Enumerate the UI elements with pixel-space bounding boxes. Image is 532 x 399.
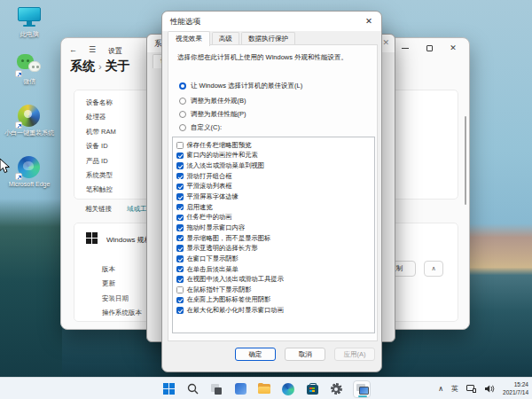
tab-dep[interactable]: 数据执行保护 — [241, 32, 295, 45]
hidden-icons-chevron[interactable]: ∧ — [438, 385, 443, 393]
store-icon — [307, 385, 318, 395]
perf-description: 选择你想在此计算机上使用的 Windows 外观和性能设置。 — [177, 53, 348, 62]
checkbox-row[interactable]: 在单击后淡出菜单 — [173, 264, 374, 275]
widgets-icon — [235, 383, 246, 395]
performance-options-dialog: 性能选项 ✕ 视觉效果 高级 数据执行保护 选择你想在此计算机上使用的 Wind… — [161, 11, 382, 372]
radio-custom[interactable]: 自定义(C): — [179, 123, 222, 132]
minimize-icon — [402, 48, 409, 49]
desktop-icon-edge[interactable]: Microsoft Edge — [3, 156, 56, 188]
checkbox-icon — [176, 162, 184, 169]
radio-icon — [179, 98, 186, 105]
close-icon[interactable]: ✕ — [382, 38, 389, 47]
system-tray: ∧ 英 15:24 2021/7/14 — [438, 378, 528, 399]
breadcrumb-root[interactable]: 系统 — [70, 59, 95, 73]
chevron-up-icon: ∧ — [431, 265, 435, 272]
desktop-icon-label: 此电脑 — [3, 31, 56, 38]
edge-icon — [17, 156, 42, 179]
windows-start-icon — [163, 383, 175, 395]
checkbox-row[interactable]: 显示缩略图，而不是显示图标 — [173, 233, 374, 244]
scrollbar[interactable] — [465, 116, 466, 205]
radio-best-appearance[interactable]: 调整为最佳外观(B) — [179, 97, 246, 106]
desktop-icon-wechat[interactable]: 微信 — [3, 53, 56, 85]
checkbox-row[interactable]: 平滑屏幕字体边缘 — [173, 192, 374, 202]
minimize-button[interactable] — [398, 42, 412, 54]
widgets-button[interactable] — [233, 382, 247, 396]
visual-effects-tabpage: 选择你想在此计算机上使用的 Windows 外观和性能设置。 让 Windows… — [168, 44, 378, 341]
breadcrumb-page: 关于 — [105, 59, 129, 73]
wechat-icon — [17, 53, 42, 76]
this-pc-icon — [17, 6, 42, 29]
checkbox-row[interactable]: 启用速览 — [173, 202, 374, 213]
desktop-icon-label: 微信 — [3, 78, 56, 85]
clock[interactable]: 15:24 2021/7/14 — [503, 381, 528, 396]
checkbox-row[interactable]: 任务栏中的动画 — [173, 212, 374, 223]
ime-indicator[interactable]: 英 — [451, 384, 458, 394]
network-icon[interactable] — [466, 385, 476, 393]
checkbox-icon — [176, 307, 184, 314]
checkbox-row[interactable]: 淡入淡出或滑动菜单到视图 — [173, 160, 374, 171]
task-view-button[interactable] — [209, 382, 223, 396]
desktop-icon-label: Microsoft Edge — [3, 181, 56, 188]
visual-effects-listbox[interactable]: 保存任务栏缩略图预览 窗口内的动画控件和元素 淡入淡出或滑动菜单到视图 滑动打开… — [172, 137, 375, 333]
checkbox-icon — [176, 204, 184, 211]
radio-let-windows-choose[interactable]: 让 Windows 选择计算机的最佳设置(L) — [179, 82, 302, 90]
checkbox-icon — [176, 255, 184, 262]
back-icon[interactable]: ← — [69, 45, 77, 54]
taskbar-center — [161, 378, 371, 399]
desktop-icon-xiaobai[interactable]: 小白一键重装系统 — [3, 105, 56, 137]
checkbox-icon — [176, 215, 184, 222]
checkbox-row[interactable]: 在窗口下显示阴影 — [173, 254, 374, 264]
close-button[interactable]: ✕ — [446, 42, 460, 54]
checkbox-row[interactable]: 平滑滚动列表框 — [173, 182, 374, 192]
hamburger-menu-icon[interactable]: ☰ — [89, 45, 96, 54]
maximize-button[interactable] — [422, 42, 436, 54]
desktop-icon-this-pc[interactable]: 此电脑 — [3, 6, 56, 38]
checkbox-icon — [176, 276, 184, 283]
checkbox-row[interactable]: 显示亚透明的选择长方形 — [173, 243, 374, 254]
radio-best-performance[interactable]: 调整为最佳性能(P) — [179, 110, 246, 119]
checkbox-row[interactable]: 窗口内的动画控件和元素 — [173, 151, 374, 161]
cancel-button[interactable]: 取消 — [285, 348, 325, 361]
checkbox-icon — [176, 142, 184, 149]
folder-icon — [258, 384, 270, 394]
windows-logo-icon — [86, 232, 98, 244]
volume-icon[interactable] — [484, 384, 495, 394]
checkbox-row[interactable]: 在鼠标指针下显示阴影 — [173, 285, 374, 295]
apply-button[interactable]: 应用(A) — [334, 348, 375, 361]
checkbox-row[interactable]: 保存任务栏缩略图预览 — [173, 140, 374, 151]
shortcut-arrow-icon — [15, 121, 22, 129]
perf-dialog-title: 性能选项 — [170, 17, 200, 27]
tab-advanced[interactable]: 高级 — [212, 32, 239, 45]
checkbox-icon — [176, 153, 184, 160]
checkbox-icon — [176, 286, 184, 293]
close-icon[interactable]: ✕ — [363, 16, 375, 26]
checkbox-icon — [176, 193, 184, 200]
edge-button[interactable] — [281, 382, 295, 396]
search-button[interactable] — [185, 382, 200, 396]
related-links-label: 相关链接 — [85, 205, 112, 214]
settings-taskbar-button[interactable] — [329, 382, 343, 396]
file-explorer-button[interactable] — [257, 382, 271, 396]
checkbox-row[interactable]: 滑动打开组合框 — [173, 171, 374, 182]
start-button[interactable] — [161, 382, 176, 396]
tray-time: 15:24 — [503, 381, 528, 389]
xiaobai-reinstall-icon — [17, 105, 42, 128]
checkbox-row[interactable]: 拖动时显示窗口内容 — [173, 223, 374, 233]
radio-icon — [179, 82, 186, 90]
search-icon — [187, 383, 199, 395]
checkbox-icon — [176, 245, 184, 252]
ok-button[interactable]: 确定 — [235, 348, 276, 361]
checkbox-row[interactable]: 在桌面上为图标标签使用阴影 — [173, 295, 374, 306]
checkbox-row[interactable]: 在最大化和最小化时显示窗口动画 — [173, 305, 374, 316]
store-button[interactable] — [305, 382, 319, 396]
breadcrumb-separator-icon: › — [98, 61, 102, 72]
checkbox-row[interactable]: 在视图中淡入淡出或滑动工具提示 — [173, 274, 374, 285]
collapse-chevron-button[interactable]: ∧ — [424, 261, 443, 277]
checkbox-icon — [176, 224, 184, 231]
spec-title: Windows 规格 — [106, 235, 152, 245]
active-app-button[interactable] — [353, 380, 371, 398]
perf-tabstrip: 视觉效果 高级 数据执行保护 — [168, 33, 297, 45]
taskbar: ∧ 英 15:24 2021/7/14 — [0, 377, 532, 399]
tab-visual-effects[interactable]: 视觉效果 — [168, 31, 210, 46]
checkbox-icon — [176, 235, 184, 242]
